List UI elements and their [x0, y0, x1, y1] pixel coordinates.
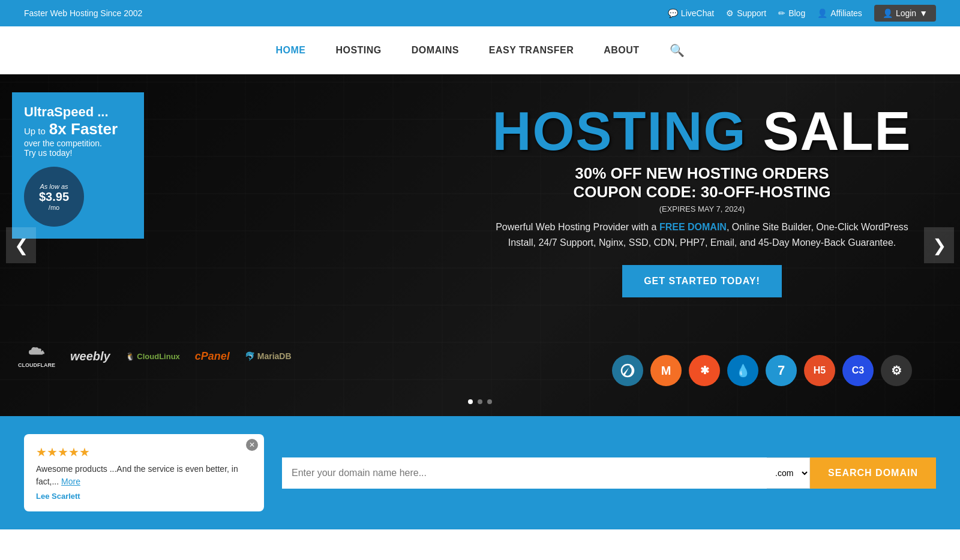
sale-title: HOSTING SALE [492, 104, 912, 158]
hero-section: UltraSpeed ... Up to 8x Faster over the … [0, 74, 960, 416]
top-nav: 💬 LiveChat ⚙ Support ✏ Blog 👤 Affiliates… [668, 5, 936, 22]
joomla-icon: ✱ [689, 355, 720, 386]
slider-prev-button[interactable]: ❮ [6, 227, 36, 263]
review-close-button[interactable]: ✕ [246, 439, 258, 451]
tech-logos: CLOUDFLARE weebly 🐧 CloudLinux cPanel 🐬 … [18, 344, 292, 368]
bottom-section: ✕ ★★★★★ Awesome products ...And the serv… [0, 416, 960, 529]
css3-icon: C3 [842, 355, 874, 386]
dot-3[interactable] [487, 399, 492, 404]
domain-ext-select[interactable]: .com .net .org .info [767, 457, 810, 489]
domain-input[interactable] [282, 457, 767, 489]
chat-icon: 💬 [668, 8, 678, 18]
dot-1[interactable] [468, 399, 473, 404]
nav-hosting[interactable]: HOSTING [335, 45, 381, 56]
expires-label: (EXPIRES MAY 7, 2024) [492, 204, 912, 213]
nav-easy-transfer[interactable]: EASY TRANSFER [489, 45, 574, 56]
nav-about[interactable]: ABOUT [604, 45, 639, 56]
hero-content: HOSTING SALE 30% OFF NEW HOSTING ORDERSC… [492, 104, 912, 297]
blog-link[interactable]: ✏ Blog [778, 8, 805, 18]
hero-badge: UltraSpeed ... Up to 8x Faster over the … [12, 92, 144, 239]
try-us-label: Try us today! [24, 148, 132, 158]
review-stars: ★★★★★ [36, 445, 252, 459]
up-to-label: Up to [24, 126, 46, 136]
html5-icon: H5 [804, 355, 835, 386]
sale-subtitle: 30% OFF NEW HOSTING ORDERSCOUPON CODE: 3… [492, 164, 912, 201]
nav-bar: HOME HOSTING DOMAINS EASY TRANSFER ABOUT… [0, 26, 960, 74]
platform-icons: M ✱ 💧 7 H5 C3 ⚙ [612, 355, 912, 386]
slider-dots [468, 399, 492, 404]
wordpress-icon [612, 355, 643, 386]
cloudflare-logo: CLOUDFLARE [18, 344, 55, 368]
mariadb-logo: 🐬 MariaDB [245, 351, 292, 361]
reviewer-name: Lee Scarlett [36, 492, 252, 501]
drupal-icon: 💧 [727, 355, 758, 386]
cpanel-logo: cPanel [195, 350, 230, 363]
review-box: ✕ ★★★★★ Awesome products ...And the serv… [24, 434, 264, 511]
php7-icon: 7 [766, 355, 797, 386]
domain-search: .com .net .org .info SEARCH DOMAIN [282, 457, 936, 489]
affiliates-icon: 👤 [817, 8, 827, 18]
top-bar: Faster Web Hosting Since 2002 💬 LiveChat… [0, 0, 960, 26]
nav-home[interactable]: HOME [275, 45, 305, 56]
get-started-button[interactable]: GET STARTED TODAY! [622, 265, 782, 297]
price-badge: As low as $3.95 /mo [24, 167, 84, 227]
free-domain-highlight: FREE DOMAIN [659, 222, 727, 232]
support-link[interactable]: ⚙ Support [726, 8, 766, 18]
support-icon: ⚙ [726, 8, 734, 18]
ultraspeed-label: UltraSpeed ... [24, 104, 132, 120]
login-button[interactable]: 👤 Login ▼ [874, 5, 936, 22]
slider-next-button[interactable]: ❯ [924, 227, 954, 263]
livechat-link[interactable]: 💬 LiveChat [668, 8, 714, 18]
tagline: Faster Web Hosting Since 2002 [24, 8, 142, 18]
nav-domains[interactable]: DOMAINS [412, 45, 459, 56]
cloudlinux-logo: 🐧 CloudLinux [125, 352, 180, 361]
dot-2[interactable] [478, 399, 482, 404]
search-domain-button[interactable]: SEARCH DOMAIN [810, 457, 936, 489]
competition-label: over the competition. [24, 139, 132, 148]
hero-description: Powerful Web Hosting Provider with a FRE… [492, 219, 912, 250]
user-icon: 👤 [883, 8, 893, 18]
review-text: Awesome products ...And the service is e… [36, 463, 252, 488]
github-icon: ⚙ [881, 355, 912, 386]
edit-icon: ✏ [778, 8, 785, 18]
magento-icon: M [650, 355, 682, 386]
review-more-link[interactable]: More [61, 477, 80, 486]
weebly-logo: weebly [70, 350, 110, 363]
affiliates-link[interactable]: 👤 Affiliates [817, 8, 862, 18]
dropdown-icon: ▼ [919, 8, 928, 18]
faster-label: 8x Faster [49, 120, 118, 139]
search-icon[interactable]: 🔍 [670, 43, 685, 58]
